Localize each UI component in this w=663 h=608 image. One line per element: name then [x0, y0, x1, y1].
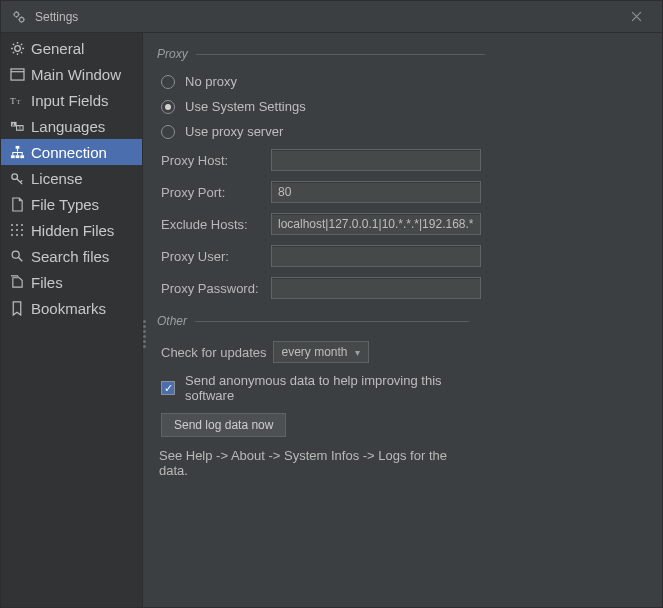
main-panel: Proxy No proxy Use System Settings Use p… [143, 33, 662, 607]
other-legend: Other [157, 314, 195, 328]
sidebar-item-main-window[interactable]: Main Window [1, 61, 142, 87]
sidebar-item-hidden-files[interactable]: Hidden Files [1, 217, 142, 243]
svg-point-2 [14, 45, 20, 51]
filetype-icon [9, 196, 25, 212]
grid-icon [9, 222, 25, 238]
bookmark-icon [9, 300, 25, 316]
sidebar-item-languages[interactable]: A文 Languages [1, 113, 142, 139]
svg-point-15 [11, 173, 17, 179]
sidebar-item-input-fields[interactable]: TT Input Fields [1, 87, 142, 113]
sidebar-item-bookmarks[interactable]: Bookmarks [1, 295, 142, 321]
check-updates-value: every month [282, 345, 348, 359]
svg-text:T: T [16, 98, 20, 105]
window-icon [9, 66, 25, 82]
exclude-hosts-label: Exclude Hosts: [161, 217, 261, 232]
send-anon-checkbox[interactable]: ✓ [161, 381, 175, 395]
text-icon: TT [9, 92, 25, 108]
check-updates-label: Check for updates [161, 345, 267, 360]
svg-point-22 [11, 234, 13, 236]
svg-text:T: T [10, 96, 16, 106]
proxy-password-label: Proxy Password: [161, 281, 261, 296]
settings-icon [11, 9, 27, 25]
radio-proxy-server-label: Use proxy server [185, 124, 283, 139]
svg-point-1 [19, 17, 23, 21]
search-icon [9, 248, 25, 264]
sidebar-item-connection[interactable]: Connection [1, 139, 142, 165]
sidebar-item-label: Input Fields [31, 92, 109, 109]
svg-point-0 [14, 12, 18, 16]
proxy-user-input[interactable] [271, 245, 481, 267]
log-help-text: See Help -> About -> System Infos -> Log… [157, 442, 469, 484]
sidebar-item-label: Connection [31, 144, 107, 161]
other-group: Other Check for updates every month ▾ ✓ … [157, 314, 469, 484]
svg-rect-12 [10, 155, 14, 158]
radio-proxy-server[interactable] [161, 125, 175, 139]
sidebar-item-label: Search files [31, 248, 109, 265]
network-icon [9, 144, 25, 160]
sidebar-item-search-files[interactable]: Search files [1, 243, 142, 269]
sidebar-item-label: License [31, 170, 83, 187]
sidebar-item-label: Files [31, 274, 63, 291]
svg-point-21 [21, 229, 23, 231]
window-title: Settings [35, 10, 620, 24]
svg-point-17 [16, 224, 18, 226]
svg-rect-14 [20, 155, 24, 158]
svg-point-19 [11, 229, 13, 231]
proxy-host-label: Proxy Host: [161, 153, 261, 168]
proxy-port-label: Proxy Port: [161, 185, 261, 200]
gear-icon [9, 40, 25, 56]
close-button[interactable] [620, 1, 652, 33]
exclude-hosts-input[interactable] [271, 213, 481, 235]
svg-text:文: 文 [18, 125, 22, 130]
sidebar: General Main Window TT Input Fields A文 L… [1, 33, 143, 607]
svg-rect-13 [15, 155, 19, 158]
splitter-grip[interactable] [143, 320, 149, 348]
proxy-user-label: Proxy User: [161, 249, 261, 264]
sidebar-item-label: Hidden Files [31, 222, 114, 239]
svg-point-23 [16, 234, 18, 236]
sidebar-item-label: Bookmarks [31, 300, 106, 317]
send-log-button[interactable]: Send log data now [161, 413, 286, 437]
proxy-password-input[interactable] [271, 277, 481, 299]
files-icon [9, 274, 25, 290]
sidebar-item-files[interactable]: Files [1, 269, 142, 295]
key-icon [9, 170, 25, 186]
radio-no-proxy-label: No proxy [185, 74, 237, 89]
radio-system-settings[interactable] [161, 100, 175, 114]
svg-point-18 [21, 224, 23, 226]
language-icon: A文 [9, 118, 25, 134]
svg-rect-3 [11, 68, 24, 79]
radio-no-proxy[interactable] [161, 75, 175, 89]
svg-point-25 [12, 251, 19, 258]
svg-line-26 [18, 257, 22, 261]
proxy-legend: Proxy [157, 47, 196, 61]
sidebar-item-label: Main Window [31, 66, 121, 83]
send-anon-label: Send anonymous data to help improving th… [185, 373, 465, 403]
svg-rect-11 [15, 145, 19, 148]
proxy-host-input[interactable] [271, 149, 481, 171]
sidebar-item-license[interactable]: License [1, 165, 142, 191]
chevron-down-icon: ▾ [355, 347, 360, 358]
send-log-button-label: Send log data now [174, 418, 273, 432]
sidebar-item-file-types[interactable]: File Types [1, 191, 142, 217]
svg-point-16 [11, 224, 13, 226]
svg-point-24 [21, 234, 23, 236]
sidebar-item-label: Languages [31, 118, 105, 135]
proxy-port-input[interactable] [271, 181, 481, 203]
svg-point-20 [16, 229, 18, 231]
sidebar-item-label: File Types [31, 196, 99, 213]
proxy-group: Proxy No proxy Use System Settings Use p… [157, 47, 485, 304]
radio-system-settings-label: Use System Settings [185, 99, 306, 114]
sidebar-item-general[interactable]: General [1, 35, 142, 61]
check-updates-select[interactable]: every month ▾ [273, 341, 369, 363]
sidebar-item-label: General [31, 40, 84, 57]
